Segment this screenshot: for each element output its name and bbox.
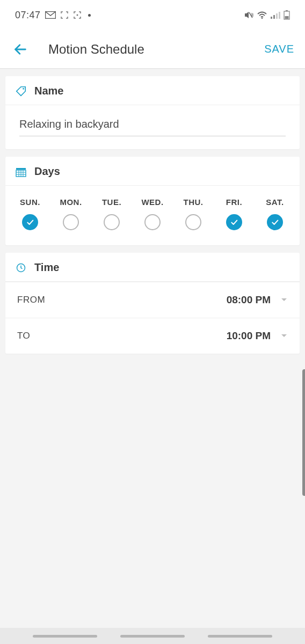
signal-icon: [271, 11, 280, 19]
svg-rect-10: [285, 16, 289, 19]
page-title: Motion Schedule: [48, 42, 264, 57]
battery-icon: [284, 10, 290, 20]
day-toggle-tue[interactable]: TUE.: [97, 197, 127, 230]
day-label: FRI.: [226, 197, 242, 207]
day-circle-unchecked: [144, 214, 161, 230]
svg-rect-7: [279, 12, 280, 19]
day-toggle-sun[interactable]: SUN.: [15, 197, 45, 230]
mail-icon: [45, 11, 56, 19]
time-from-row[interactable]: FROM 08:00 PM: [5, 282, 300, 318]
time-to-row[interactable]: TO 10:00 PM: [5, 318, 300, 354]
day-label: SAT.: [266, 197, 284, 207]
svg-rect-5: [273, 15, 275, 19]
day-toggle-thu[interactable]: THU.: [178, 197, 208, 230]
day-circle-unchecked: [185, 214, 201, 230]
day-label: MON.: [60, 197, 82, 207]
time-to-value: 10:00 PM: [227, 330, 271, 342]
svg-rect-4: [271, 17, 272, 19]
day-circle-checked: [267, 214, 283, 230]
day-toggle-mon[interactable]: MON.: [56, 197, 86, 230]
svg-point-12: [23, 88, 24, 90]
chevron-down-icon: [280, 297, 288, 303]
bracket-icon: [60, 11, 69, 19]
day-label: THU.: [184, 197, 204, 207]
app-bar: Motion Schedule SAVE: [0, 30, 305, 69]
chevron-down-icon: [280, 333, 288, 339]
svg-point-1: [76, 14, 78, 16]
nav-back[interactable]: [208, 635, 272, 638]
day-label: WED.: [141, 197, 163, 207]
time-header-label: Time: [34, 261, 59, 274]
time-from-label: FROM: [17, 295, 45, 305]
back-button[interactable]: [11, 40, 30, 59]
status-left: 07:47: [15, 10, 91, 21]
days-header-label: Days: [34, 165, 60, 178]
nav-recent[interactable]: [33, 635, 97, 638]
day-toggle-fri[interactable]: FRI.: [219, 197, 249, 230]
bracket-dot-icon: [73, 11, 82, 19]
name-card: Name: [5, 76, 300, 149]
time-from-value: 08:00 PM: [227, 294, 271, 306]
day-label: TUE.: [102, 197, 121, 207]
scroll-indicator: [302, 369, 305, 496]
time-to-label: TO: [17, 331, 30, 341]
save-button[interactable]: SAVE: [264, 43, 294, 55]
svg-rect-6: [276, 13, 278, 19]
day-circle-unchecked: [63, 214, 79, 230]
day-circle-checked: [226, 214, 242, 230]
tag-icon: [15, 85, 27, 97]
name-card-header: Name: [5, 76, 300, 105]
name-input[interactable]: [19, 115, 286, 136]
nav-home[interactable]: [120, 635, 185, 638]
name-header-label: Name: [34, 85, 63, 97]
clock-icon: [15, 262, 27, 274]
android-nav-bar: [0, 628, 305, 644]
days-card: Days SUN.MON.TUE.WED.THU.FRI.SAT.: [5, 157, 300, 245]
time-card: Time FROM 08:00 PM TO 10:00 PM: [5, 253, 300, 354]
status-right: [244, 10, 290, 20]
wifi-icon: [257, 11, 267, 19]
svg-rect-13: [16, 168, 26, 170]
mute-vibrate-icon: [244, 11, 253, 19]
day-toggle-wed[interactable]: WED.: [137, 197, 168, 230]
time-card-header: Time: [5, 253, 300, 282]
status-bar: 07:47: [0, 0, 305, 30]
status-time: 07:47: [15, 10, 41, 21]
day-circle-unchecked: [104, 214, 120, 230]
svg-point-3: [262, 18, 263, 19]
days-card-header: Days: [5, 157, 300, 186]
calendar-icon: [15, 166, 27, 178]
day-circle-checked: [22, 214, 38, 230]
day-label: SUN.: [20, 197, 40, 207]
days-row: SUN.MON.TUE.WED.THU.FRI.SAT.: [5, 186, 300, 245]
name-input-wrap: [5, 105, 300, 149]
day-toggle-sat[interactable]: SAT.: [260, 197, 290, 230]
status-more-dot: [88, 14, 91, 17]
